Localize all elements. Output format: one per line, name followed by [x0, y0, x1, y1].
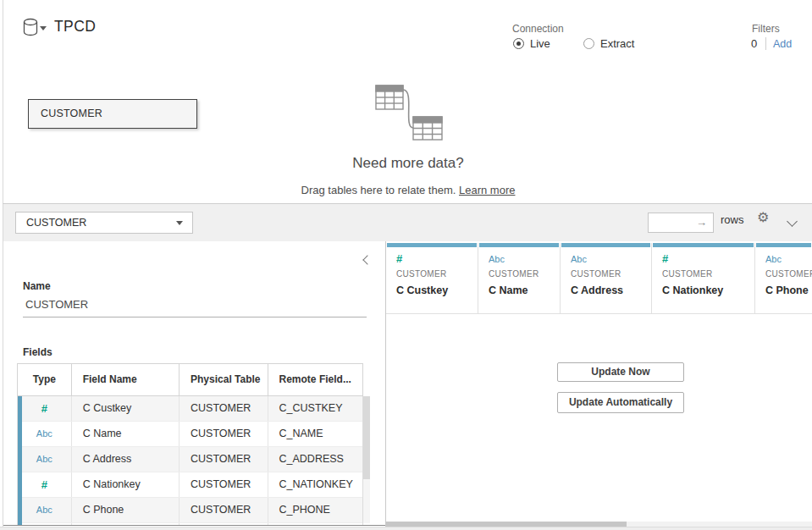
- bottom-scroll-strip: [0, 527, 812, 530]
- column-header-type: Type: [18, 364, 72, 395]
- fields-table-header: Type Field Name Physical Table Remote Fi…: [17, 363, 363, 396]
- grid-column-table: CUSTOMER: [489, 269, 560, 279]
- column-accent-strip: [387, 243, 477, 247]
- grid-column-table: CUSTOMER: [765, 269, 812, 279]
- learn-more-link[interactable]: Learn more: [459, 184, 515, 196]
- grid-column-table: CUSTOMER: [662, 269, 754, 279]
- physical-table-cell: CUSTOMER: [180, 447, 268, 472]
- remote-field-cell: C_ADDRESS: [268, 447, 362, 472]
- field-row[interactable]: Abc C Name CUSTOMER C_NAME: [18, 422, 362, 447]
- update-automatically-button[interactable]: Update Automatically: [557, 392, 684, 413]
- database-menu-caret-icon[interactable]: [40, 26, 47, 30]
- name-field-underline: [23, 317, 367, 317]
- database-icon[interactable]: [22, 18, 41, 38]
- grid-column-header[interactable]: Abc CUSTOMER C Phone: [755, 243, 812, 314]
- fields-table: Type Field Name Physical Table Remote Fi…: [17, 363, 363, 526]
- grid-column-field: C Address: [571, 284, 651, 296]
- remote-field-cell: C_PHONE: [268, 498, 362, 522]
- row-selection-bar: [18, 396, 22, 526]
- number-type-icon: #: [41, 478, 47, 491]
- empty-canvas-title: Need more data?: [307, 155, 510, 172]
- number-type-icon: #: [41, 402, 47, 415]
- canvas-table-node[interactable]: CUSTOMER: [28, 99, 197, 129]
- remote-field-cell: C_NATIONKEY: [268, 472, 362, 497]
- column-header-remote-field: Remote Field...: [268, 364, 362, 395]
- datasource-title[interactable]: TPCD: [54, 18, 96, 36]
- physical-table-cell: CUSTOMER: [180, 498, 268, 522]
- connection-live-radio[interactable]: Live: [513, 37, 550, 50]
- string-type-icon: Abc: [36, 428, 52, 439]
- name-label: Name: [23, 280, 51, 292]
- empty-canvas-hint: Drag tables here to relate them. Learn m…: [239, 184, 577, 196]
- radio-unselected-icon: [583, 38, 594, 49]
- grid-column-field: C Nationkey: [662, 284, 754, 296]
- column-accent-strip: [756, 243, 811, 247]
- fields-label: Fields: [23, 346, 52, 358]
- connector-line: [403, 90, 413, 128]
- field-name-cell: C Custkey: [72, 396, 180, 421]
- fields-table-body: # C Custkey CUSTOMER C_CUSTKEY Abc C Nam…: [17, 396, 363, 526]
- type-cell: Abc: [18, 447, 72, 472]
- live-radio-label: Live: [530, 37, 550, 50]
- number-type-icon: #: [662, 252, 668, 265]
- left-panel-bottom-border: [3, 525, 385, 526]
- connection-extract-radio[interactable]: Extract: [583, 37, 634, 50]
- window-left-edge: [3, 0, 3, 530]
- remote-field-cell: C_NAME: [268, 422, 362, 446]
- field-name-cell: C Address: [72, 447, 180, 472]
- gear-icon[interactable]: ⚙: [757, 211, 769, 224]
- column-header-field-name: Field Name: [72, 364, 180, 395]
- string-type-icon: Abc: [489, 254, 505, 264]
- string-type-icon: Abc: [571, 254, 587, 264]
- filters-label: Filters: [752, 23, 780, 35]
- table-icon: [413, 117, 442, 140]
- type-cell: Abc: [18, 498, 72, 522]
- type-cell: #: [18, 472, 72, 497]
- grid-column-table: CUSTOMER: [396, 269, 478, 279]
- string-type-icon: Abc: [765, 254, 782, 264]
- grid-column-header[interactable]: # CUSTOMER C Custkey: [386, 243, 478, 314]
- table-selector-dropdown[interactable]: CUSTOMER: [15, 212, 193, 234]
- collapse-panel-chevron-icon[interactable]: [362, 255, 372, 264]
- connection-label: Connection: [512, 23, 564, 35]
- update-now-button[interactable]: Update Now: [557, 362, 684, 382]
- extract-radio-label: Extract: [600, 37, 634, 50]
- field-row[interactable]: Abc C Address CUSTOMER C_ADDRESS: [18, 447, 362, 472]
- field-row[interactable]: # C Nationkey CUSTOMER C_NATIONKEY: [18, 472, 362, 498]
- field-name-cell: C Phone: [72, 498, 180, 522]
- grid-column-field: C Name: [489, 284, 560, 296]
- table-selector-value: CUSTOMER: [26, 217, 86, 229]
- column-header-physical-table: Physical Table: [180, 364, 268, 395]
- rows-label: rows: [721, 213, 743, 226]
- name-field[interactable]: CUSTOMER: [23, 298, 367, 311]
- relate-tables-illustration: [371, 79, 456, 147]
- number-type-icon: #: [396, 252, 402, 265]
- field-row[interactable]: Abc C Phone CUSTOMER C_PHONE: [18, 498, 362, 523]
- type-cell: #: [18, 396, 72, 421]
- field-name-cell: C Nationkey: [72, 472, 180, 497]
- string-type-icon: Abc: [36, 505, 52, 515]
- physical-table-cell: CUSTOMER: [180, 396, 268, 421]
- datasource-page: TPCD Connection Live Extract Filters 0 A…: [0, 0, 812, 530]
- grid-column-table: CUSTOMER: [571, 269, 651, 279]
- filters-divider: [765, 37, 766, 50]
- string-type-icon: Abc: [36, 454, 52, 464]
- fields-scrollbar-thumb[interactable]: [363, 396, 370, 479]
- physical-table-cell: CUSTOMER: [180, 472, 268, 497]
- field-row[interactable]: # C Custkey CUSTOMER C_CUSTKEY: [18, 396, 362, 422]
- dropdown-caret-icon: [176, 221, 183, 225]
- drag-hint-text: Drag tables here to relate them.: [301, 184, 456, 196]
- grid-column-field: C Phone: [765, 284, 812, 296]
- grid-column-header[interactable]: Abc CUSTOMER C Address: [561, 243, 652, 314]
- grid-column-field: C Custkey: [396, 284, 478, 296]
- grid-column-header[interactable]: Abc CUSTOMER C Name: [478, 243, 561, 314]
- grid-column-header[interactable]: # CUSTOMER C Nationkey: [652, 243, 755, 314]
- table-icon: [376, 86, 403, 109]
- column-accent-strip: [561, 243, 650, 247]
- rows-count-input[interactable]: [648, 213, 714, 233]
- remote-field-cell: C_CUSTKEY: [268, 396, 362, 421]
- type-cell: Abc: [18, 422, 72, 446]
- radio-selected-icon: [513, 38, 524, 49]
- database-cylinder-icon: [22, 18, 41, 38]
- add-filter-link[interactable]: Add: [773, 38, 792, 50]
